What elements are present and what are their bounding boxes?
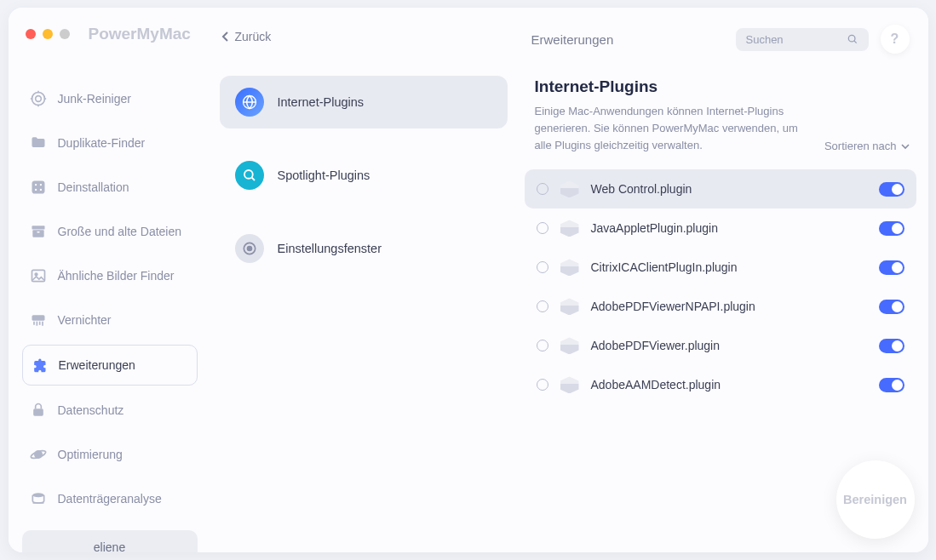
plugin-row[interactable]: JavaAppletPlugin.plugin	[525, 209, 916, 248]
category-panel: Zurück Internet-Plugins Spotlight-Plugin…	[211, 8, 516, 552]
gear-icon	[235, 234, 264, 263]
close-window-button[interactable]	[26, 29, 36, 39]
content-header: Internet-Plugins Einige Mac-Anwendungen …	[516, 54, 928, 163]
sidebar-item-privacy[interactable]: Datenschutz	[22, 391, 198, 430]
sort-by-button[interactable]: Sortieren nach	[824, 140, 910, 152]
svg-point-0	[32, 93, 44, 106]
chevron-down-icon	[901, 143, 910, 150]
puzzle-icon	[30, 356, 49, 374]
svg-point-1	[35, 96, 41, 102]
sidebar-item-similar-images[interactable]: Ähnliche Bilder Finder	[22, 256, 198, 295]
sidebar-item-large-old-files[interactable]: Große und alte Dateien	[22, 212, 198, 251]
sidebar-item-label: Deinstallation	[58, 180, 129, 194]
category-list: Internet-Plugins Spotlight-Plugins Einst…	[211, 76, 516, 275]
svg-rect-11	[32, 226, 44, 229]
nav-list: Junk-Reiniger Duplikate-Finder Deinstall…	[9, 79, 211, 518]
magnifier-icon	[235, 161, 264, 190]
category-item-label: Spotlight-Plugins	[278, 169, 370, 182]
plugin-row[interactable]: AdobePDFViewerNPAPI.plugin	[525, 287, 916, 326]
section-title: Erweiterungen	[531, 32, 724, 47]
clean-button[interactable]: Bereinigen	[836, 460, 915, 539]
plugin-name-label: CitrixICAClientPlugIn.plugin	[591, 260, 867, 274]
chevron-left-icon	[221, 31, 230, 42]
sidebar-item-label: Große und alte Dateien	[58, 225, 182, 238]
svg-point-15	[35, 273, 37, 276]
plugin-name-label: JavaAppletPlugin.plugin	[591, 221, 867, 235]
back-button[interactable]: Zurück	[215, 25, 516, 49]
category-internet-plugins[interactable]: Internet-Plugins	[220, 76, 508, 129]
plugin-radio[interactable]	[537, 183, 548, 195]
plugin-toggle[interactable]	[879, 300, 904, 314]
plugin-icon	[560, 376, 579, 393]
plugin-radio[interactable]	[537, 300, 548, 312]
plugin-icon	[560, 259, 579, 276]
svg-rect-12	[32, 230, 43, 237]
search-icon	[847, 33, 858, 45]
help-button[interactable]: ?	[881, 25, 910, 54]
sidebar-item-label: Duplikate-Finder	[58, 136, 146, 150]
sidebar-item-uninstaller[interactable]: Deinstallation	[22, 168, 198, 207]
target-icon	[29, 89, 48, 108]
category-spotlight-plugins[interactable]: Spotlight-Plugins	[220, 149, 508, 202]
search-input[interactable]	[746, 33, 840, 46]
sidebar-item-label: Datenschutz	[58, 403, 124, 417]
plugin-toggle[interactable]	[879, 260, 904, 275]
top-bar: Erweiterungen ?	[516, 25, 928, 54]
category-item-label: Einstellungsfenster	[278, 242, 382, 255]
plugin-list: Web Control.plugin JavaAppletPlugin.plug…	[516, 163, 928, 404]
globe-icon	[235, 88, 264, 117]
plugin-name-label: AdobePDFViewer.plugin	[591, 339, 867, 352]
plugin-radio[interactable]	[537, 222, 548, 234]
plugin-toggle[interactable]	[879, 339, 904, 353]
lock-icon	[29, 401, 48, 420]
minimize-window-button[interactable]	[43, 29, 53, 39]
svg-point-8	[39, 184, 41, 186]
folder-icon	[29, 134, 48, 152]
plugin-toggle[interactable]	[879, 221, 904, 236]
svg-rect-6	[32, 181, 44, 194]
plugin-name-label: AdobePDFViewerNPAPI.plugin	[591, 300, 867, 313]
plugin-row[interactable]: AdobePDFViewer.plugin	[525, 326, 916, 365]
plugin-radio[interactable]	[537, 261, 548, 273]
plugin-icon	[560, 180, 579, 197]
sidebar-item-junk-cleaner[interactable]: Junk-Reiniger	[22, 79, 198, 118]
image-icon	[29, 266, 48, 285]
plugin-icon	[560, 220, 579, 237]
window-controls: PowerMyMac	[9, 25, 211, 43]
sidebar-item-shredder[interactable]: Vernichter	[22, 300, 198, 340]
search-box[interactable]	[736, 28, 869, 51]
sidebar-item-extensions[interactable]: Erweiterungen	[22, 345, 198, 386]
archive-icon	[29, 222, 48, 241]
planet-icon	[29, 445, 48, 464]
plugin-radio[interactable]	[537, 379, 548, 391]
svg-point-27	[244, 170, 253, 179]
plugin-toggle[interactable]	[879, 182, 904, 197]
plugin-radio[interactable]	[537, 340, 548, 351]
svg-line-28	[251, 177, 255, 180]
sidebar-item-disk-analysis[interactable]: Datenträgeranalyse	[22, 479, 198, 518]
clean-button-label: Bereinigen	[843, 493, 907, 506]
plugin-row[interactable]: Web Control.plugin	[525, 169, 916, 209]
svg-point-24	[32, 493, 43, 497]
zoom-window-button[interactable]	[60, 29, 70, 39]
user-account-button[interactable]: eliene	[22, 530, 198, 552]
category-preference-panes[interactable]: Einstellungsfenster	[220, 222, 508, 275]
plugin-toggle[interactable]	[879, 378, 904, 392]
svg-rect-25	[32, 502, 43, 504]
sidebar-item-duplicate-finder[interactable]: Duplikate-Finder	[22, 123, 198, 163]
help-label: ?	[891, 31, 899, 47]
back-label: Zurück	[235, 30, 272, 43]
shredder-icon	[29, 311, 48, 329]
page-title: Internet-Plugins	[535, 77, 910, 96]
plugin-name-label: Web Control.plugin	[591, 182, 867, 196]
plugin-row[interactable]: AdobeAAMDetect.plugin	[525, 365, 916, 404]
svg-rect-13	[37, 231, 39, 233]
plugin-icon	[560, 337, 579, 354]
svg-point-31	[848, 35, 855, 42]
sidebar-item-optimization[interactable]: Optimierung	[22, 435, 198, 474]
category-item-label: Internet-Plugins	[278, 95, 365, 109]
plugin-row[interactable]: CitrixICAClientPlugIn.plugin	[525, 248, 916, 287]
sidebar-item-label: Datenträgeranalyse	[58, 492, 162, 506]
sidebar-item-label: Vernichter	[58, 313, 112, 327]
app-title: PowerMyMac	[89, 25, 191, 43]
